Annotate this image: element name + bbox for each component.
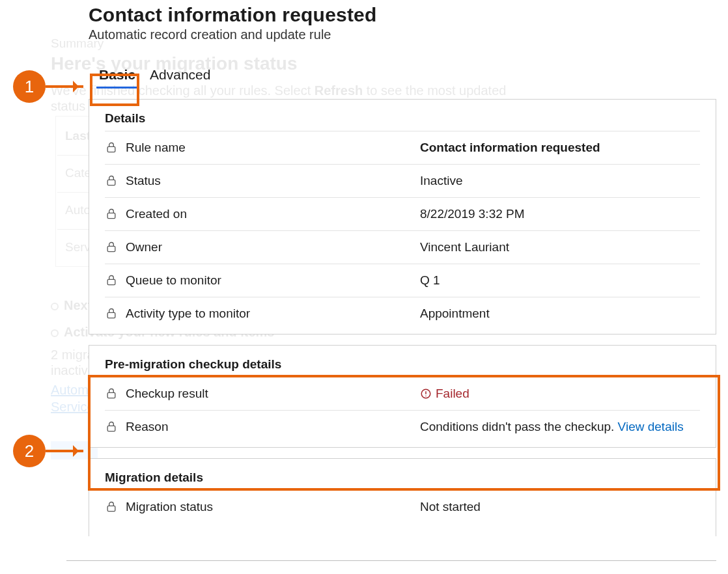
value-status: Inactive (420, 174, 700, 188)
lock-icon (105, 208, 118, 221)
label-rule-name: Rule name (126, 141, 420, 155)
label-reason: Reason (126, 420, 420, 434)
section-premigration-title: Pre-migration checkup details (105, 357, 700, 372)
callout-1: 1 (13, 70, 46, 103)
section-details-title: Details (105, 111, 700, 126)
lock-icon (105, 420, 118, 433)
section-migration: Migration details Migration status Not s… (89, 458, 716, 536)
svg-rect-11 (107, 506, 115, 511)
svg-rect-0 (107, 146, 115, 152)
arrow-1 (46, 85, 83, 88)
lock-icon (105, 141, 118, 154)
row-migration-status: Migration status Not started (105, 490, 700, 523)
row-owner: Owner Vincent Lauriant (105, 230, 700, 264)
value-activity: Appointment (420, 307, 700, 321)
svg-rect-2 (107, 213, 115, 218)
value-migration-status: Not started (420, 500, 700, 514)
label-status: Status (126, 174, 420, 188)
lock-icon (105, 500, 118, 513)
svg-rect-4 (107, 279, 115, 284)
svg-point-9 (425, 396, 427, 397)
row-rule-name: Rule name Contact information requested (105, 131, 700, 164)
lock-icon (105, 274, 118, 287)
label-queue: Queue to monitor (126, 273, 420, 288)
error-icon (420, 388, 432, 400)
tab-advanced[interactable]: Advanced (147, 64, 213, 89)
view-details-link[interactable]: View details (618, 420, 684, 433)
label-created-on: Created on (126, 207, 420, 221)
section-migration-title: Migration details (105, 471, 700, 485)
section-details: Details Rule name Contact information re… (89, 99, 716, 335)
tab-basic[interactable]: Basic (96, 64, 138, 89)
row-activity: Activity type to monitor Appointment (105, 297, 700, 330)
lock-icon (105, 307, 118, 320)
bottom-divider (66, 560, 716, 561)
lock-icon (105, 174, 118, 187)
row-checkup-result: Checkup result Failed (105, 377, 700, 410)
svg-rect-6 (107, 392, 115, 398)
row-status: Status Inactive (105, 164, 700, 197)
label-migration-status: Migration status (126, 500, 420, 514)
label-activity: Activity type to monitor (126, 307, 420, 321)
value-reason: Conditions didn't pass the checkup. View… (420, 420, 700, 434)
svg-rect-10 (107, 426, 115, 431)
tab-list: Basic Advanced (96, 64, 716, 89)
value-queue: Q 1 (420, 273, 700, 288)
label-owner: Owner (126, 240, 420, 254)
record-panel: Contact information requested Automatic … (89, 4, 716, 536)
row-reason: Reason Conditions didn't pass the checku… (105, 410, 700, 443)
lock-icon (105, 241, 118, 254)
svg-rect-1 (107, 180, 115, 185)
section-premigration: Pre-migration checkup details Checkup re… (89, 345, 716, 448)
value-created-on: 8/22/2019 3:32 PM (420, 207, 700, 221)
value-checkup-result: Failed (420, 387, 700, 401)
svg-rect-3 (107, 246, 115, 251)
arrow-2 (46, 450, 83, 452)
value-rule-name: Contact information requested (420, 141, 700, 155)
row-queue: Queue to monitor Q 1 (105, 264, 700, 297)
label-checkup-result: Checkup result (126, 387, 420, 401)
callout-2: 2 (13, 435, 46, 467)
svg-rect-5 (107, 312, 115, 318)
page-subtitle: Automatic record creation and update rul… (89, 27, 716, 42)
page-title: Contact information requested (89, 4, 716, 26)
value-owner: Vincent Lauriant (420, 240, 700, 254)
row-created-on: Created on 8/22/2019 3:32 PM (105, 197, 700, 230)
lock-icon (105, 387, 118, 400)
